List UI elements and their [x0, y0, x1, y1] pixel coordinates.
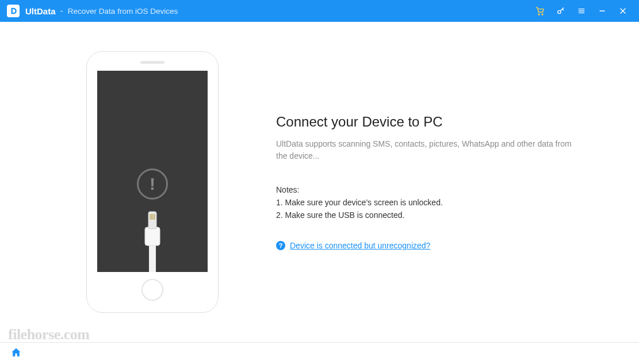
note-line-2: 2. Make sure the USB is connected.	[276, 209, 575, 222]
app-name: UltData	[25, 6, 56, 16]
help-icon: ?	[276, 241, 285, 250]
svg-rect-13	[151, 214, 152, 220]
phone-speaker	[140, 61, 164, 64]
svg-point-1	[542, 14, 543, 15]
app-logo	[7, 5, 20, 17]
menu-icon	[577, 6, 586, 16]
description-text: UltData supports scanning SMS, contacts,…	[276, 138, 575, 162]
minimize-button[interactable]	[592, 0, 613, 22]
key-button[interactable]	[550, 0, 571, 22]
close-icon	[618, 6, 627, 16]
menu-button[interactable]	[571, 0, 592, 22]
phone-home-button	[141, 279, 163, 301]
help-link-row: ? Device is connected but unrecognized?	[276, 241, 575, 250]
bottombar	[0, 342, 639, 364]
alert-glyph: !	[150, 174, 155, 194]
svg-rect-10	[145, 227, 160, 246]
svg-rect-12	[150, 214, 151, 220]
note-line-1: 1. Make sure your device's screen is unl…	[276, 197, 575, 209]
svg-rect-14	[153, 214, 154, 220]
key-icon	[556, 6, 565, 16]
alert-icon: !	[137, 168, 168, 200]
main-stage: ! Connect your D	[0, 22, 639, 342]
home-button[interactable]	[10, 347, 22, 361]
lightning-cable-icon	[135, 209, 170, 272]
phone-illustration: !	[86, 51, 219, 313]
svg-point-0	[538, 14, 539, 15]
notes-title: Notes:	[276, 185, 575, 194]
titlebar: UltData - Recover Data from iOS Devices	[0, 0, 639, 22]
title-subtitle: Recover Data from iOS Devices	[68, 7, 178, 16]
cart-icon	[535, 6, 545, 16]
cart-button[interactable]	[530, 0, 550, 22]
phone-screen: !	[97, 71, 208, 272]
svg-rect-11	[148, 212, 156, 229]
minimize-icon	[598, 6, 607, 16]
home-icon	[10, 347, 22, 358]
help-link[interactable]: Device is connected but unrecognized?	[290, 241, 430, 250]
svg-rect-15	[154, 214, 155, 220]
info-panel: Connect your Device to PC UltData suppor…	[276, 114, 575, 250]
page-heading: Connect your Device to PC	[276, 114, 575, 130]
svg-rect-9	[149, 243, 156, 272]
close-button[interactable]	[613, 0, 633, 22]
title-separator: -	[60, 6, 63, 16]
